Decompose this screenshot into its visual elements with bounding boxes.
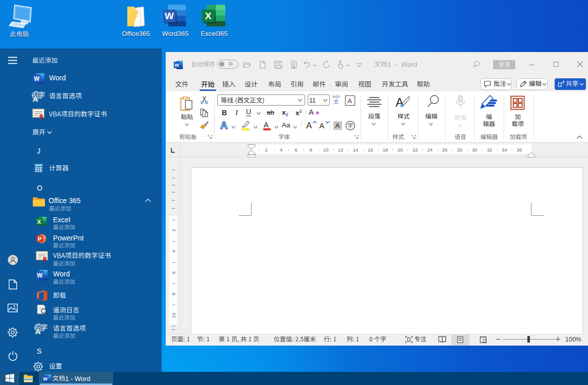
svg-text:A: A xyxy=(309,108,314,116)
svg-text:X: X xyxy=(205,11,212,21)
svg-text:X: X xyxy=(37,219,41,225)
svg-text:P: P xyxy=(38,236,42,242)
svg-text:A: A xyxy=(220,120,227,130)
svg-text:A: A xyxy=(264,121,269,129)
svg-text:W: W xyxy=(43,376,47,381)
svg-text:A: A xyxy=(396,95,404,109)
svg-text:A: A xyxy=(35,327,40,335)
svg-text:W: W xyxy=(175,63,179,68)
svg-text:A: A xyxy=(319,121,324,129)
svg-text:A: A xyxy=(306,121,312,129)
svg-text:A: A xyxy=(33,95,38,103)
svg-text:W: W xyxy=(34,75,40,82)
svg-text:W: W xyxy=(165,11,174,21)
svg-text:W: W xyxy=(37,272,43,279)
